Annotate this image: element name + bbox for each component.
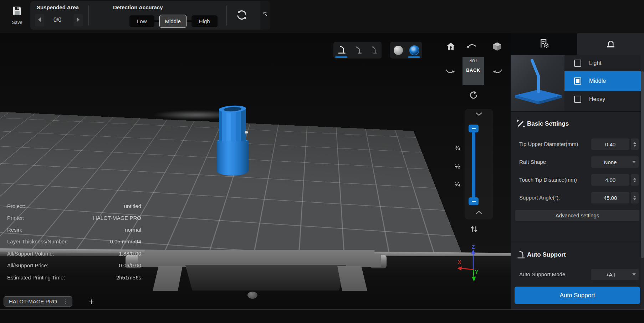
touch-tip-distance-value: 4.00 [605,177,615,183]
support-type-thin-button[interactable] [366,42,382,59]
home-view-button[interactable] [444,40,457,53]
slider-mark-quarter: ¼ [450,181,460,188]
view-cube-button[interactable] [491,40,504,53]
checkbox-checked-icon [574,77,581,85]
info-label: Estimated Printing Time: [7,274,65,281]
density-option-middle[interactable]: Middle [564,71,644,91]
add-printer-button[interactable]: + [86,296,97,307]
selected-underline [408,56,420,58]
viewport-3d[interactable]: TOP BACK [0,33,511,309]
model-bottom-cylinder[interactable] [216,141,249,176]
support-angle-input[interactable]: 45.00 [591,192,629,203]
footer-bar [0,309,644,323]
auto-support-mode-value: +All [591,269,629,280]
support-thin-icon [369,45,378,56]
spinner-down-icon [633,198,636,200]
suspended-next-button[interactable] [73,14,83,26]
collapse-toolbar-button[interactable] [261,11,269,19]
auto-support-mode-dropdown[interactable]: +All [591,269,639,280]
suspended-prev-button[interactable] [35,14,44,26]
detection-high-button[interactable]: High [191,15,218,27]
tip-diameter-label: Tip Upper Diameter(mm) [519,138,578,150]
tab-support-settings[interactable] [577,33,644,55]
support-angle-label: Support Angle(°): [519,192,560,203]
save-label: Save [12,20,22,25]
support-preview-image [511,55,564,111]
undo-arrow-icon [465,42,478,53]
flip-vertical-button[interactable] [468,224,481,235]
slider-collapse-up-button[interactable] [473,210,485,216]
raft-shape-value: None [591,156,629,168]
panel-tab-row [511,33,644,55]
touch-tip-distance-input[interactable]: 4.00 [591,174,629,186]
layer-slider-bottom-handle[interactable] [469,197,479,205]
printer-bracket-inset [178,265,353,291]
cube-icon [492,41,502,53]
info-value: HALOT-MAGE PRO [93,215,141,221]
panel-scrollbar-thumb[interactable] [641,71,644,258]
undo-button[interactable] [465,41,479,53]
axis-y-label: Y [475,269,479,275]
info-row-time: Estimated Printing Time: 2h51m56s [7,274,141,282]
axis-x-label: X [458,259,461,265]
tab-slice-settings[interactable] [511,33,577,55]
advanced-settings-button[interactable]: Advanced settings [515,210,639,221]
top-toolbar: Save Suspended Area 0/0 Detection Accura… [0,0,644,33]
rotate-cw-button[interactable] [467,90,480,102]
selected-underline [335,56,347,58]
slider-collapse-down-button[interactable] [473,111,485,117]
axis-z-label: Z [472,244,475,250]
detection-low-button[interactable]: Low [129,15,154,27]
detection-accuracy-title: Detection Accuracy [113,4,163,10]
model-top-prism[interactable] [219,108,246,143]
support-tip-marker [245,131,248,133]
slider-mark-three-quarters: ¾ [450,145,460,152]
slider-mark-half: ½ [450,163,460,170]
transparent-sphere-icon [409,45,419,55]
info-value: untitled [124,203,141,209]
render-mode-transparent-button[interactable] [406,42,422,59]
density-option-heavy[interactable]: Heavy [564,91,644,107]
render-mode-solid-button[interactable] [390,42,406,59]
support-type-slanted-button[interactable] [349,42,366,59]
refresh-button[interactable] [234,7,250,24]
dropdown-caret-icon [632,161,636,163]
raft-shape-dropdown[interactable]: None [591,156,639,168]
bracket-ball [247,292,257,299]
density-label: Middle [589,78,606,84]
view-cube-top-label: TOP [462,59,484,62]
rotate-view-left-button[interactable] [444,67,456,78]
tip-diameter-value: 0.40 [605,141,615,147]
info-row-project: Project: untitled [7,203,141,210]
tip-diameter-input[interactable]: 0.40 [591,138,629,150]
printer-tab[interactable]: HALOT-MAGE PRO ⋮ [4,296,72,307]
touch-tip-distance-spinner[interactable] [631,174,639,186]
layer-slider-track[interactable] [472,130,475,202]
dropdown-caret-icon [632,273,636,276]
tip-diameter-spinner[interactable] [631,138,639,150]
rotate-right-icon [493,68,503,77]
chevron-up-icon [475,210,482,216]
kebab-menu-icon[interactable]: ⋮ [63,298,68,305]
view-cube-navigator[interactable]: TOP BACK [462,57,484,85]
touch-tip-distance-label: Touch Tip Distance(mm) [519,174,577,186]
support-angle-spinner[interactable] [631,192,639,203]
printer-tab-label: HALOT-MAGE PRO [9,298,63,304]
detection-middle-button[interactable]: Middle [159,15,186,28]
axis-gizmo: Z X Y [452,244,486,284]
view-cube-back-label: BACK [462,67,484,73]
layer-slider-top-handle[interactable] [469,125,479,132]
support-type-standard-button[interactable] [333,42,349,59]
info-row-price: All/Support Price: 0.06/0.00 [7,262,141,269]
density-option-light[interactable]: Light [564,55,644,71]
save-button[interactable]: Save [6,2,29,28]
rotate-circular-icon [469,90,479,101]
info-value: 0.06/0.00 [119,262,141,268]
printer-bracket-bar [138,250,381,267]
home-icon [445,41,456,53]
auto-support-button[interactable]: Auto Support [515,287,640,304]
rotate-view-right-button[interactable] [492,67,504,78]
refresh-icon [236,9,248,22]
checkbox-unchecked-icon [574,60,581,67]
info-label: Printer: [7,215,24,221]
